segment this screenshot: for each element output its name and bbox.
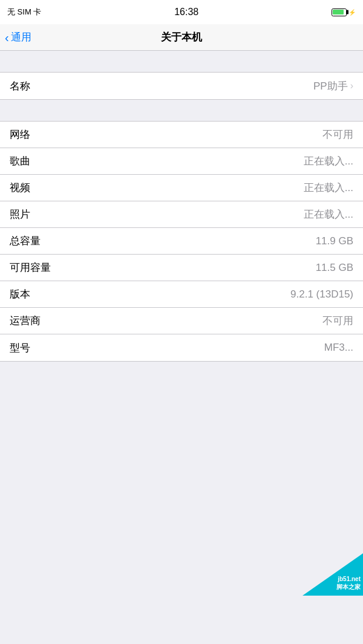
version-value: 9.2.1 (13D15) [290,288,353,301]
navigation-bar: ‹ 通用 关于本机 [0,24,363,51]
available-capacity-label: 可用容量 [10,261,51,275]
back-chevron-icon: ‹ [5,31,9,44]
top-spacer [0,51,363,72]
network-label: 网络 [10,128,30,141]
table-row[interactable]: 名称 PP助手 › [0,73,363,99]
name-value: PP助手 [313,79,348,93]
videos-value: 正在载入... [304,181,353,195]
name-chevron-icon: › [350,80,353,91]
network-value: 不可用 [322,128,353,141]
mid-spacer [0,100,363,121]
status-icons: ⚡ [332,8,356,16]
battery-icon [332,8,347,16]
photos-label: 照片 [10,207,30,221]
table-row: 型号 MF3... [0,334,363,361]
table-row: 运营商 不可用 [0,308,363,334]
available-capacity-value: 11.5 GB [316,262,353,274]
table-row: 照片 正在载入... [0,201,363,228]
total-capacity-label: 总容量 [10,234,41,248]
page-title: 关于本机 [161,30,202,44]
table-row: 总容量 11.9 GB [0,228,363,255]
songs-value: 正在载入... [304,154,353,168]
back-button[interactable]: ‹ 通用 [5,30,31,44]
version-label: 版本 [10,287,30,301]
table-row: 视频 正在载入... [0,175,363,201]
carrier-label: 运营商 [10,314,41,328]
name-label: 名称 [10,79,30,93]
info-group: 网络 不可用 歌曲 正在载入... 视频 正在载入... 照片 正在载入... … [0,121,363,362]
videos-label: 视频 [10,181,30,195]
battery-fill [333,10,344,15]
model-label: 型号 [10,341,30,355]
name-value-container: PP助手 › [313,79,353,93]
table-row: 可用容量 11.5 GB [0,255,363,281]
charging-bolt-icon: ⚡ [348,9,356,16]
watermark-text: jb51.net 脚本之家 [336,575,361,591]
sim-status: 无 SIM 卡 [7,7,41,18]
total-capacity-value: 11.9 GB [316,235,353,247]
clock: 16:38 [174,7,198,18]
table-row: 歌曲 正在载入... [0,148,363,175]
watermark: jb51.net 脚本之家 [302,553,363,596]
back-label: 通用 [11,30,31,44]
songs-label: 歌曲 [10,154,30,168]
status-bar: 无 SIM 卡 16:38 ⚡ [0,0,363,24]
name-group: 名称 PP助手 › [0,72,363,100]
model-value: MF3... [324,342,353,354]
photos-value: 正在载入... [304,207,353,221]
table-row: 版本 9.2.1 (13D15) [0,281,363,308]
battery-indicator: ⚡ [332,8,356,16]
carrier-value: 不可用 [322,314,353,328]
content-area: 名称 PP助手 › 网络 不可用 歌曲 正在载入... 视频 正在载入... 照… [0,51,363,362]
table-row: 网络 不可用 [0,122,363,148]
